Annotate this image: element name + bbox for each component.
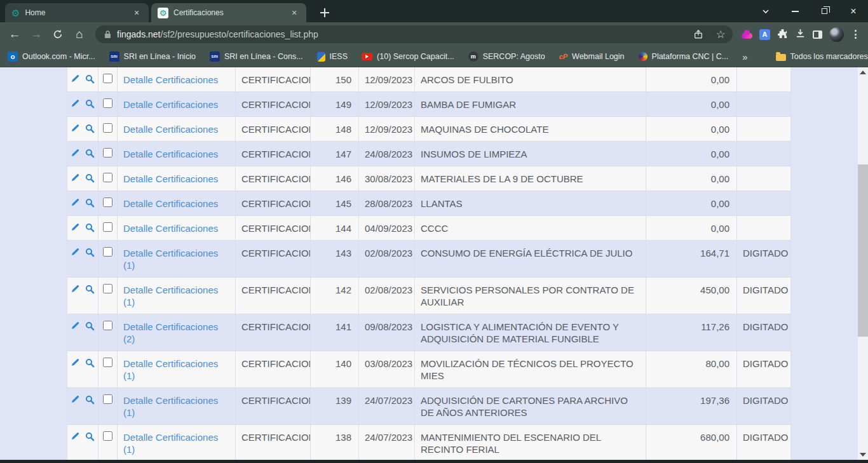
- row-actions-cell: [67, 425, 98, 460]
- edit-pencil-icon[interactable]: [70, 283, 81, 295]
- bookmark-item[interactable]: SRI SRI en Línea - Cons...: [210, 51, 303, 62]
- row-checkbox[interactable]: [103, 198, 112, 207]
- cloud-extension-icon[interactable]: [742, 33, 752, 39]
- edit-pencil-icon[interactable]: [70, 431, 81, 442]
- bookmark-item[interactable]: o Outlook.com - Micr...: [8, 51, 95, 62]
- all-bookmarks-folder[interactable]: Todos los marcadores: [776, 52, 868, 61]
- edit-pencil-icon[interactable]: [70, 98, 81, 109]
- edit-pencil-icon[interactable]: [70, 172, 81, 184]
- bookmark-label: SRI en Línea - Cons...: [224, 52, 303, 61]
- number-cell: 148: [311, 117, 359, 141]
- search-magnifier-icon[interactable]: [85, 394, 96, 405]
- detalle-certificaciones-link[interactable]: Detalle Certificaciones (1): [123, 358, 218, 381]
- home-icon[interactable]: ⌂: [70, 25, 89, 44]
- search-magnifier-icon[interactable]: [85, 320, 96, 332]
- search-magnifier-icon[interactable]: [85, 431, 96, 442]
- profile-avatar[interactable]: [829, 27, 844, 42]
- search-magnifier-icon[interactable]: [85, 123, 96, 134]
- search-magnifier-icon[interactable]: [85, 357, 96, 368]
- bookmark-item[interactable]: IESS: [317, 52, 348, 62]
- row-checkbox[interactable]: [103, 123, 112, 133]
- detalle-certificaciones-link[interactable]: Detalle Certificaciones (2): [123, 321, 218, 344]
- detalle-certificaciones-link[interactable]: Detalle Certificaciones (1): [123, 432, 218, 455]
- description-cell: LLANTAS: [415, 191, 646, 215]
- row-checkbox[interactable]: [103, 394, 112, 404]
- search-magnifier-icon[interactable]: [85, 197, 96, 208]
- search-magnifier-icon[interactable]: [85, 172, 96, 184]
- detalle-certificaciones-link[interactable]: Detalle Certificaciones: [123, 198, 218, 209]
- detalle-certificaciones-link[interactable]: Detalle Certificaciones (1): [123, 285, 218, 307]
- edit-pencil-icon[interactable]: [70, 320, 81, 332]
- forward-icon[interactable]: →: [27, 25, 46, 44]
- search-magnifier-icon[interactable]: [85, 73, 96, 84]
- restore-icon[interactable]: [810, 0, 839, 22]
- edit-pencil-icon[interactable]: [70, 197, 81, 208]
- translate-icon[interactable]: A: [759, 29, 770, 40]
- description-cell: CONSUMO DE ENERGÍA ELÉCTRICA DE JULIO: [415, 241, 646, 277]
- tab-close-icon[interactable]: ×: [131, 7, 142, 18]
- tab-home[interactable]: ⚙ Home ×: [5, 3, 149, 22]
- table-row: Detalle Certificaciones (1) CERTIFICACIO…: [67, 425, 791, 460]
- edit-pencil-icon[interactable]: [70, 147, 81, 159]
- edit-pencil-icon[interactable]: [70, 123, 81, 134]
- row-checkbox[interactable]: [103, 284, 112, 293]
- edit-pencil-icon[interactable]: [70, 222, 81, 233]
- bookmarks-overflow-chevron[interactable]: »: [742, 51, 747, 62]
- detalle-certificaciones-link[interactable]: Detalle Certificaciones: [123, 99, 218, 110]
- edit-pencil-icon[interactable]: [70, 246, 81, 258]
- detalle-certificaciones-link[interactable]: Detalle Certificaciones: [123, 173, 218, 184]
- search-magnifier-icon[interactable]: [85, 246, 96, 258]
- detalle-certificaciones-link[interactable]: Detalle Certificaciones: [123, 74, 218, 85]
- detalle-certificaciones-link[interactable]: Detalle Certificaciones: [123, 223, 218, 234]
- edit-pencil-icon[interactable]: [70, 394, 81, 405]
- bookmark-item[interactable]: (10) Sercop Capacit...: [362, 52, 454, 61]
- puzzle-extensions-icon[interactable]: [777, 28, 788, 41]
- back-icon[interactable]: ←: [5, 25, 24, 44]
- download-icon[interactable]: [795, 28, 806, 41]
- tab-certificaciones[interactable]: ⚙ Certificaciones ×: [151, 3, 306, 22]
- search-magnifier-icon[interactable]: [85, 147, 96, 159]
- scroll-up-icon[interactable]: [858, 67, 868, 77]
- menu-kebab-icon[interactable]: [851, 30, 860, 39]
- share-icon[interactable]: [690, 26, 707, 43]
- search-magnifier-icon[interactable]: [85, 98, 96, 109]
- scrollbar-thumb[interactable]: [858, 164, 868, 337]
- table-row: Detalle Certificaciones CERTIFICACION 14…: [67, 117, 791, 142]
- detalle-certificaciones-link[interactable]: Detalle Certificaciones: [123, 124, 218, 135]
- bookmark-item[interactable]: cP Webmail Login: [559, 51, 625, 62]
- reload-icon[interactable]: [48, 25, 67, 44]
- row-checkbox[interactable]: [103, 247, 112, 257]
- address-bar[interactable]: fingads.net/sf2/presupuesto/certificacio…: [95, 25, 733, 43]
- close-icon[interactable]: ×: [839, 0, 868, 22]
- detalle-certificaciones-link[interactable]: Detalle Certificaciones (1): [123, 248, 218, 271]
- status-cell: [737, 92, 791, 116]
- row-checkbox[interactable]: [103, 148, 112, 158]
- row-checkbox[interactable]: [103, 222, 112, 232]
- new-tab-button[interactable]: [316, 5, 333, 20]
- search-magnifier-icon[interactable]: [85, 283, 96, 295]
- row-checkbox-cell: [98, 241, 118, 277]
- row-checkbox[interactable]: [103, 358, 112, 367]
- sidebar-icon[interactable]: [813, 30, 822, 39]
- search-magnifier-icon[interactable]: [85, 222, 96, 233]
- row-checkbox[interactable]: [103, 98, 112, 108]
- bookmark-item[interactable]: SRI SRI en Línea - Inicio: [109, 51, 196, 62]
- bookmark-item[interactable]: Plataforma CNC | C...: [639, 52, 729, 61]
- row-actions-cell: [67, 216, 98, 240]
- tab-close-icon[interactable]: ×: [288, 7, 300, 18]
- minimize-icon[interactable]: [780, 0, 810, 22]
- tab-search-chevron-icon[interactable]: [751, 0, 780, 22]
- row-checkbox[interactable]: [103, 74, 112, 83]
- detalle-certificaciones-link[interactable]: Detalle Certificaciones: [123, 149, 218, 159]
- bookmark-item[interactable]: m SERCOP: Agosto: [468, 51, 545, 62]
- bookmark-star-icon[interactable]: ☆: [712, 26, 729, 43]
- row-checkbox[interactable]: [103, 321, 112, 330]
- extensions-tray: A: [739, 27, 863, 42]
- vertical-scrollbar[interactable]: [858, 67, 868, 460]
- row-checkbox[interactable]: [103, 431, 112, 441]
- scroll-down-icon[interactable]: [858, 450, 868, 460]
- detalle-certificaciones-link[interactable]: Detalle Certificaciones (1): [123, 395, 218, 418]
- row-checkbox[interactable]: [103, 173, 112, 182]
- edit-pencil-icon[interactable]: [70, 73, 81, 84]
- edit-pencil-icon[interactable]: [70, 357, 81, 368]
